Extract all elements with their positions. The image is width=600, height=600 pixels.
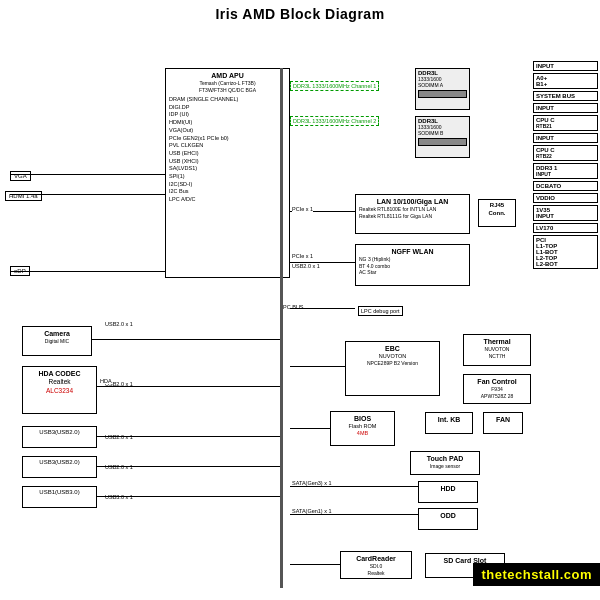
sodimm-a-label: SODIMM A — [418, 82, 467, 88]
pcie-x1-2-label: PCIe x 1 — [292, 253, 313, 259]
bios-title: BIOS — [334, 414, 391, 423]
bios-sub2: 4MB — [334, 430, 391, 437]
usb20-x1-5-label: USB2.0 x 1 — [105, 464, 133, 470]
vga-label: VGA — [10, 171, 31, 181]
touch-pad-title: Touch PAD — [414, 454, 476, 463]
usb20-x1-1-label: USB2.0 x 1 — [292, 263, 320, 269]
ebc-title: EBC — [349, 344, 436, 353]
ebc-sub1: NUVOTON — [349, 353, 436, 360]
card-reader-sub2: Realtek — [344, 570, 408, 577]
amd-apu-block: AMD APU Temash (Carrizo-L FT3B) FT3W/FT3… — [165, 68, 290, 278]
h-line-camera — [92, 339, 280, 340]
right-item-sys: SYSTEM BUS — [533, 91, 598, 101]
fan-block: FAN — [483, 412, 523, 434]
hda-codec-title: HDA CODEC — [26, 369, 93, 378]
watermark: thetechstall.com — [473, 563, 600, 586]
touch-pad-sub1: Image sensor — [414, 463, 476, 470]
int-kb-block: Int. KB — [425, 412, 473, 434]
thermal-sub2: NCT7H — [467, 353, 527, 360]
amd-apu-title: AMD APU — [169, 71, 286, 80]
right-item-1v35: 1V35INPUT — [533, 205, 598, 221]
hda-codec-block: HDA CODEC Realtek ALC3234 — [22, 366, 97, 414]
h-line-card — [290, 564, 340, 565]
amd-apu-internals: DRAM (SINGLE CHANNEL) DIGI.DP IDP (UI) H… — [169, 96, 286, 204]
right-column: INPUT A0+B1+ SYSTEM BUS INPUT CPU C RTB2… — [533, 61, 598, 271]
sodimm-a-box: DDR3L 1333/1600 SODIMM A — [415, 68, 470, 110]
right-item-ddr3: DDR3 1 INPUT — [533, 163, 598, 179]
usb30-1-title: USB3(USB2.0) — [39, 429, 79, 435]
right-item-cpu1: CPU C RTB21 — [533, 115, 598, 131]
lan-title: LAN 10/100/Giga LAN — [359, 197, 466, 206]
lpc-debug-label: LPC debug port — [358, 306, 403, 316]
h-line-usb30-1 — [97, 436, 280, 437]
lan-block: LAN 10/100/Giga LAN Realtek RTL8100E for… — [355, 194, 470, 234]
ngff-wlan-block: NGFF WLAN NG 3 (Hiplink) BT 4.0 combo AC… — [355, 244, 470, 286]
usb31-block: USB1(USB3.0) — [22, 486, 97, 508]
right-item-vddio: VDDIO — [533, 193, 598, 203]
odd-title: ODD — [422, 511, 474, 520]
bios-sub1: Flash ROM — [334, 423, 391, 430]
hdd-block: HDD — [418, 481, 478, 503]
ngff-sub3: AC Star — [359, 269, 466, 276]
usb30-2-block: USB3(USB2.0) — [22, 456, 97, 478]
hda-label: HDA — [100, 378, 112, 384]
thermal-block: Thermal NUVOTON NCT7H — [463, 334, 531, 366]
ddr-channel1-label: DDR3L 1333/1600MHz Channel 1 — [290, 81, 379, 91]
right-item-a0: A0+B1+ — [533, 73, 598, 89]
card-reader-title: CardReader — [344, 554, 408, 563]
central-bus-line — [280, 68, 283, 588]
h-line-edp — [10, 271, 165, 272]
fan-control-block: Fan Control F934 APW7528Z 28 — [463, 374, 531, 404]
ebc-block: EBC NUVOTON NPCE289P B2 Version — [345, 341, 440, 396]
camera-title: Camera — [26, 329, 88, 338]
lpc-bus-label: LPC BUS — [280, 304, 304, 310]
page-title: Iris AMD Block Diagram — [0, 0, 600, 26]
ddr-channel2-label: DDR3L 1333/1600MHz Channel 2 — [290, 116, 379, 126]
ngff-title: NGFF WLAN — [359, 247, 466, 256]
touch-pad-block: Touch PAD Image sensor — [410, 451, 480, 475]
camera-sub1: Digital MIC — [26, 338, 88, 345]
sata-gen1-label: SATA(Gen1) x 1 — [292, 508, 332, 514]
h-line-sata2 — [290, 514, 418, 515]
hdmi-label: HDMI 1.4a — [5, 191, 42, 201]
h-line-usb30-2 — [97, 466, 280, 467]
camera-block: Camera Digital MIC — [22, 326, 92, 356]
usb20-x1-4-label: USB2.0 x 1 — [105, 434, 133, 440]
diagram-area: AMD APU Temash (Carrizo-L FT3B) FT3W/FT3… — [0, 26, 600, 586]
hda-codec-sub1: Realtek — [26, 378, 93, 386]
right-item-lv170: LV170 — [533, 223, 598, 233]
thermal-title: Thermal — [467, 337, 527, 346]
h-line-sata1 — [290, 486, 418, 487]
fan-control-title: Fan Control — [467, 377, 527, 386]
h-line-vga — [10, 174, 165, 175]
lan-sub2: Realtek RTL8111G for Giga LAN — [359, 213, 466, 220]
right-item-input3: INPUT — [533, 133, 598, 143]
rj45-block: RJ45 Conn. — [478, 199, 516, 227]
bios-block: BIOS Flash ROM 4MB — [330, 411, 395, 446]
right-item-cpu2: CPU C RTB22 — [533, 145, 598, 161]
usb20-x1-2-label: USB2.0 x 1 — [105, 321, 133, 327]
h-line-hdmi — [10, 194, 165, 195]
fan-control-sub2: APW7528Z 28 — [467, 393, 527, 400]
hda-codec-sub2: ALC3234 — [26, 387, 93, 395]
h-line-usb31 — [97, 496, 280, 497]
sodimm-b-box: DDR3L 1333/1600 SODIMM B — [415, 116, 470, 158]
usb30-1-block: USB3(USB2.0) — [22, 426, 97, 448]
ebc-sub2: NPCE289P B2 Version — [349, 360, 436, 367]
odd-block: ODD — [418, 508, 478, 530]
h-line-ebc — [290, 366, 345, 367]
amd-apu-sub2: FT3W/FT3H QC/DC BGA — [169, 87, 286, 94]
fan-title: FAN — [487, 415, 519, 424]
usb30-x1-1-label: USB3.0 x 1 — [105, 494, 133, 500]
sodimm-b-label: SODIMM B — [418, 130, 467, 136]
rj45-title: RJ45 Conn. — [482, 202, 512, 218]
hdd-title: HDD — [422, 484, 474, 493]
right-item-input2: INPUT — [533, 103, 598, 113]
usb31-title: USB1(USB3.0) — [39, 489, 79, 495]
right-item-dcbato: DCBATO — [533, 181, 598, 191]
pcie-x1-1-label: PCIe x 1 — [292, 206, 313, 212]
sata-gen3-label: SATA(Gen3) x 1 — [292, 480, 332, 486]
usb30-2-title: USB3(USB2.0) — [39, 459, 79, 465]
card-reader-block: CardReader SDI.0 Realtek — [340, 551, 412, 579]
h-line-hda — [97, 386, 280, 387]
